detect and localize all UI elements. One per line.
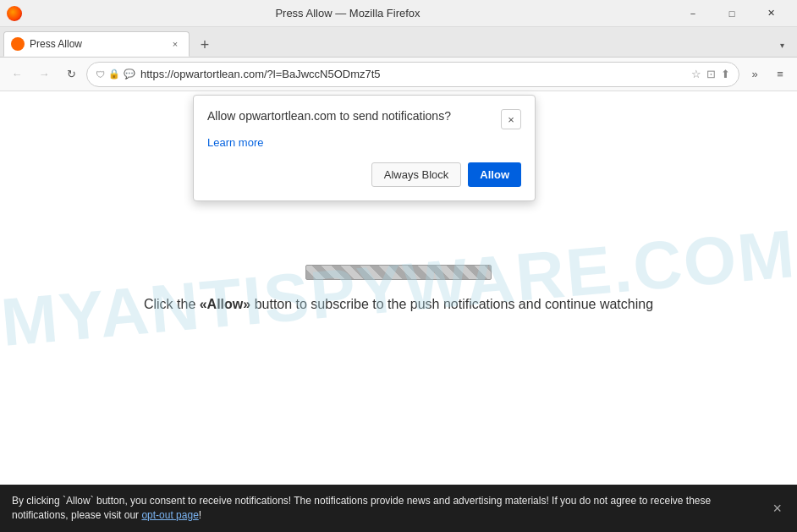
- url-security-icons: 🛡 🔒 💬: [96, 69, 135, 80]
- pocket-icon[interactable]: ⊡: [706, 68, 716, 80]
- shield-icon: 🛡: [96, 69, 105, 80]
- tab-dropdown-button[interactable]: ▾: [770, 33, 794, 57]
- new-tab-button[interactable]: +: [193, 33, 217, 57]
- maximize-button[interactable]: □: [712, 0, 751, 27]
- tabbar: Press Allow × + ▾: [0, 27, 797, 58]
- learn-more-link[interactable]: Learn more: [207, 136, 521, 149]
- bottom-notification-bar: By clicking `Allow` button, you consent …: [0, 485, 797, 532]
- url-bar[interactable]: 🛡 🔒 💬 https://opwartortlean.com/?l=BaJwc…: [86, 62, 739, 87]
- titlebar-left: [7, 6, 22, 21]
- forward-button[interactable]: →: [32, 63, 56, 86]
- close-button[interactable]: ✕: [751, 0, 790, 27]
- bottom-bar-text-content: By clicking `Allow` button, you consent …: [12, 495, 711, 521]
- notification-permission-icon: 💬: [124, 69, 135, 80]
- page-instruction: Click the «Allow» button to subscribe to…: [144, 297, 653, 312]
- toolbar-right: » ≡: [743, 63, 792, 86]
- allow-button[interactable]: Allow: [468, 162, 521, 187]
- notification-popup: Allow opwartortlean.com to send notifica…: [193, 95, 536, 201]
- url-right-icons: ☆ ⊡ ⬆: [691, 68, 730, 80]
- popup-title: Allow opwartortlean.com to send notifica…: [207, 109, 501, 123]
- bottom-bar-close-button[interactable]: ×: [769, 496, 785, 521]
- allow-emphasis: «Allow»: [200, 297, 250, 311]
- window-title: Press Allow — Mozilla Firefox: [22, 7, 673, 19]
- bottom-bar-text-end: !: [199, 509, 201, 521]
- tab-favicon: [11, 37, 25, 51]
- share-icon[interactable]: ⬆: [721, 68, 730, 80]
- popup-close-button[interactable]: ×: [501, 109, 521, 129]
- titlebar-buttons: − □ ✕: [673, 0, 790, 27]
- progress-bar: [305, 265, 492, 280]
- popup-buttons: Always Block Allow: [207, 162, 521, 187]
- bottom-bar-text: By clicking `Allow` button, you consent …: [12, 494, 762, 523]
- bookmark-icon[interactable]: ☆: [691, 68, 701, 80]
- titlebar: Press Allow — Mozilla Firefox − □ ✕: [0, 0, 797, 27]
- opt-out-link[interactable]: opt-out page: [141, 509, 198, 521]
- url-text: https://opwartortlean.com/?l=BaJwccN5ODm…: [140, 68, 686, 80]
- minimize-button[interactable]: −: [673, 0, 712, 27]
- tab-close-button[interactable]: ×: [168, 37, 182, 51]
- toolbar: ← → ↻ 🛡 🔒 💬 https://opwartortlean.com/?l…: [0, 58, 797, 91]
- firefox-icon: [7, 6, 22, 21]
- lock-icon: 🔒: [108, 69, 120, 80]
- always-block-button[interactable]: Always Block: [371, 162, 462, 187]
- menu-button[interactable]: ≡: [768, 63, 792, 86]
- reload-button[interactable]: ↻: [59, 63, 83, 86]
- popup-header: Allow opwartortlean.com to send notifica…: [207, 109, 521, 129]
- extensions-button[interactable]: »: [743, 63, 767, 86]
- back-button[interactable]: ←: [5, 63, 29, 86]
- tab-label: Press Allow: [30, 38, 163, 50]
- active-tab[interactable]: Press Allow ×: [3, 31, 190, 57]
